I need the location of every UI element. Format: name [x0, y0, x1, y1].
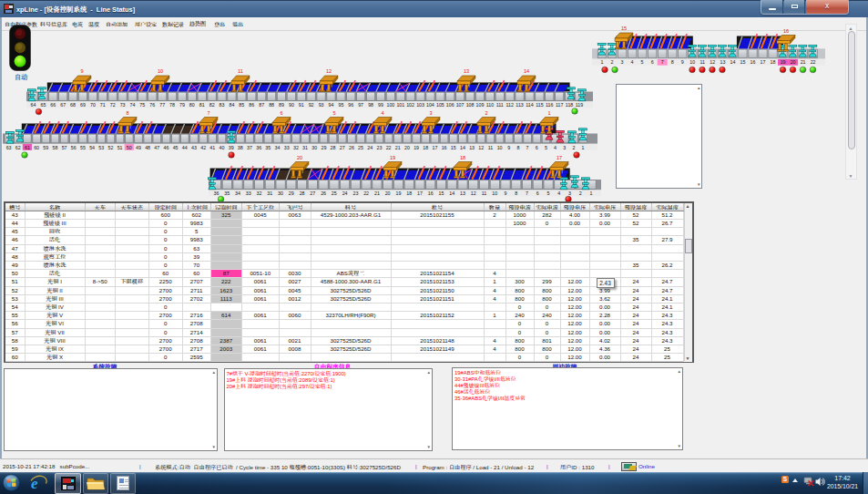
svg-text:45: 45 — [173, 145, 179, 150]
svg-text:118: 118 — [566, 102, 573, 108]
svg-text:19: 19 — [414, 145, 419, 150]
svg-text:16: 16 — [751, 59, 756, 65]
svg-text:46: 46 — [164, 145, 169, 150]
svg-text:112: 112 — [505, 102, 513, 108]
svg-text:66: 66 — [50, 102, 56, 108]
svg-text:4: 4 — [631, 59, 634, 65]
svg-text:70: 70 — [90, 102, 96, 108]
svg-text:21: 21 — [395, 145, 401, 150]
svg-text:78: 78 — [169, 102, 175, 108]
svg-text:98: 98 — [368, 102, 373, 108]
svg-text:24: 24 — [342, 190, 348, 196]
svg-text:14: 14 — [449, 190, 454, 196]
svg-text:67: 67 — [60, 102, 66, 108]
svg-text:114: 114 — [526, 102, 533, 108]
svg-text:99: 99 — [378, 102, 383, 108]
svg-text:115: 115 — [536, 102, 543, 108]
svg-text:5: 5 — [641, 59, 644, 65]
svg-text:17: 17 — [417, 190, 423, 196]
svg-text:9: 9 — [681, 59, 684, 65]
svg-text:42: 42 — [200, 145, 206, 150]
svg-text:22: 22 — [811, 59, 816, 65]
svg-text:85: 85 — [239, 102, 244, 108]
svg-text:4: 4 — [557, 190, 560, 196]
svg-text:35: 35 — [224, 190, 230, 196]
svg-text:80: 80 — [189, 102, 195, 108]
svg-text:76: 76 — [149, 102, 155, 108]
svg-text:110: 110 — [486, 102, 494, 108]
svg-text:52: 52 — [108, 145, 114, 150]
svg-text:13: 13 — [720, 59, 725, 65]
svg-text:90: 90 — [289, 102, 294, 108]
svg-text:34: 34 — [275, 145, 281, 150]
svg-text:9: 9 — [507, 145, 510, 150]
svg-text:7: 7 — [526, 145, 529, 150]
svg-text:33: 33 — [284, 145, 290, 150]
svg-text:105: 105 — [436, 102, 444, 108]
svg-text:102: 102 — [406, 102, 414, 108]
svg-text:95: 95 — [338, 102, 343, 108]
svg-text:64: 64 — [31, 102, 36, 108]
svg-text:61: 61 — [25, 145, 30, 150]
svg-text:13: 13 — [469, 145, 475, 150]
svg-text:21: 21 — [374, 190, 380, 196]
svg-text:113: 113 — [516, 102, 523, 108]
svg-text:63: 63 — [6, 145, 12, 150]
svg-text:88: 88 — [269, 102, 274, 108]
svg-text:17: 17 — [432, 145, 437, 150]
svg-text:29: 29 — [321, 145, 326, 150]
svg-text:23: 23 — [352, 190, 358, 196]
svg-text:19: 19 — [390, 155, 395, 160]
svg-text:11: 11 — [482, 190, 487, 196]
svg-text:109: 109 — [476, 102, 485, 108]
svg-text:36: 36 — [256, 145, 261, 150]
svg-text:2: 2 — [485, 110, 487, 116]
svg-text:4: 4 — [554, 145, 557, 150]
svg-text:39: 39 — [229, 145, 234, 150]
svg-text:18: 18 — [406, 190, 412, 196]
svg-text:2: 2 — [611, 59, 614, 65]
svg-text:62: 62 — [15, 145, 21, 150]
svg-text:20: 20 — [791, 59, 796, 65]
svg-text:94: 94 — [328, 102, 333, 108]
svg-text:79: 79 — [179, 102, 185, 108]
svg-text:48: 48 — [145, 145, 150, 150]
svg-text:3: 3 — [568, 190, 571, 196]
svg-text:26: 26 — [321, 190, 326, 196]
svg-text:32: 32 — [257, 190, 262, 196]
svg-text:53: 53 — [98, 145, 104, 150]
svg-text:35: 35 — [265, 145, 271, 150]
svg-text:91: 91 — [299, 102, 304, 108]
svg-text:13: 13 — [460, 190, 465, 196]
svg-text:30: 30 — [278, 190, 283, 196]
svg-text:56: 56 — [71, 145, 77, 150]
svg-text:10: 10 — [492, 190, 497, 196]
svg-text:92: 92 — [309, 102, 314, 108]
svg-text:25: 25 — [332, 190, 337, 196]
svg-text:47: 47 — [154, 145, 159, 150]
svg-text:77: 77 — [159, 102, 165, 108]
svg-text:12: 12 — [471, 190, 476, 196]
svg-text:81: 81 — [199, 102, 205, 108]
svg-text:19: 19 — [395, 190, 401, 196]
svg-text:74: 74 — [129, 102, 135, 108]
svg-text:71: 71 — [100, 102, 106, 108]
svg-text:10: 10 — [689, 59, 695, 65]
svg-text:25: 25 — [358, 145, 363, 150]
svg-text:21: 21 — [801, 59, 806, 65]
svg-text:82: 82 — [209, 102, 215, 108]
svg-text:55: 55 — [80, 145, 86, 150]
svg-text:11: 11 — [700, 59, 706, 65]
svg-text:17: 17 — [761, 59, 766, 65]
svg-text:104: 104 — [426, 102, 434, 108]
svg-text:106: 106 — [446, 102, 454, 108]
svg-text:72: 72 — [110, 102, 116, 108]
svg-text:11: 11 — [488, 145, 494, 150]
svg-text:12: 12 — [710, 59, 715, 65]
svg-text:6: 6 — [536, 190, 539, 196]
svg-text:49: 49 — [136, 145, 141, 150]
svg-text:10: 10 — [158, 68, 163, 74]
svg-text:27: 27 — [340, 145, 345, 150]
svg-text:1: 1 — [547, 110, 550, 116]
svg-text:13: 13 — [464, 68, 469, 74]
